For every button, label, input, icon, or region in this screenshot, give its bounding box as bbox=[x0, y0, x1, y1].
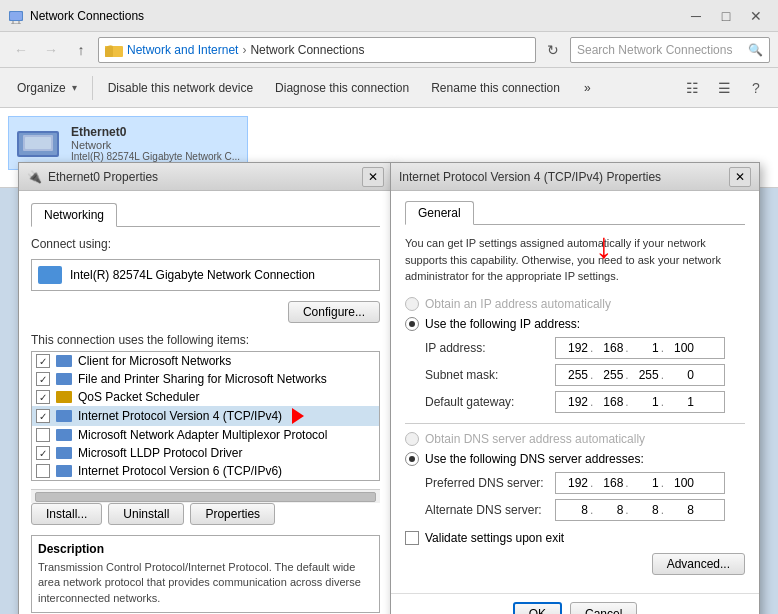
close-button[interactable]: ✕ bbox=[742, 4, 770, 28]
subnet-o1[interactable] bbox=[560, 368, 588, 382]
list-item-3[interactable]: Internet Protocol Version 4 (TCP/IPv4) bbox=[32, 406, 379, 426]
preferred-dns-input[interactable]: . . . bbox=[555, 472, 725, 494]
checkbox-6[interactable] bbox=[36, 464, 50, 478]
ipv4-ok-button[interactable]: OK bbox=[513, 602, 562, 615]
uninstall-button[interactable]: Uninstall bbox=[108, 503, 184, 525]
use-dns-radio-row[interactable]: Use the following DNS server addresses: bbox=[405, 452, 745, 466]
install-button[interactable]: Install... bbox=[31, 503, 102, 525]
ip-o1[interactable] bbox=[560, 341, 588, 355]
checkbox-0[interactable] bbox=[36, 354, 50, 368]
rename-connection-button[interactable]: Rename this connection bbox=[422, 72, 569, 104]
tab-general[interactable]: General bbox=[405, 201, 474, 225]
address-path[interactable]: Network and Internet › Network Connectio… bbox=[98, 37, 536, 63]
help-button[interactable]: ? bbox=[742, 74, 770, 102]
tab-networking[interactable]: Networking bbox=[31, 203, 117, 227]
pdns-o3[interactable] bbox=[631, 476, 659, 490]
maximize-button[interactable]: □ bbox=[712, 4, 740, 28]
obtain-ip-radio[interactable] bbox=[405, 297, 419, 311]
ip-address-input[interactable]: . . . bbox=[555, 337, 725, 359]
gateway-o3[interactable] bbox=[631, 395, 659, 409]
subnet-label: Subnet mask: bbox=[425, 368, 555, 382]
gateway-o1[interactable] bbox=[560, 395, 588, 409]
refresh-button[interactable]: ↻ bbox=[540, 37, 566, 63]
ip-o4[interactable] bbox=[666, 341, 694, 355]
up-button[interactable]: ↑ bbox=[68, 37, 94, 63]
svg-rect-6 bbox=[105, 46, 113, 57]
adns-o2[interactable] bbox=[595, 503, 623, 517]
adns-o1[interactable] bbox=[560, 503, 588, 517]
item-label-6: Internet Protocol Version 6 (TCP/IPv6) bbox=[78, 464, 282, 478]
ethernet0-status: Network bbox=[71, 139, 240, 151]
separator bbox=[405, 423, 745, 424]
checkbox-3[interactable] bbox=[36, 409, 50, 423]
more-actions-button[interactable]: » bbox=[575, 72, 600, 104]
props-close-button[interactable]: ✕ bbox=[362, 167, 384, 187]
ip-o3[interactable] bbox=[631, 341, 659, 355]
alternate-dns-input[interactable]: . . . bbox=[555, 499, 725, 521]
adns-o4[interactable] bbox=[666, 503, 694, 517]
back-button[interactable]: ← bbox=[8, 37, 34, 63]
use-ip-radio[interactable] bbox=[405, 317, 419, 331]
use-ip-radio-row[interactable]: Use the following IP address: bbox=[405, 317, 745, 331]
view-toggle-button[interactable]: ☰ bbox=[710, 74, 738, 102]
pdns-o1[interactable] bbox=[560, 476, 588, 490]
obtain-ip-radio-row[interactable]: Obtain an IP address automatically bbox=[405, 297, 745, 311]
arrow-icon-3 bbox=[292, 408, 304, 424]
breadcrumb-network-internet[interactable]: Network and Internet bbox=[127, 43, 238, 57]
search-input[interactable] bbox=[577, 43, 744, 57]
forward-button[interactable]: → bbox=[38, 37, 64, 63]
items-scrollbar-h[interactable] bbox=[31, 489, 380, 503]
ethernet-properties-dialog: 🔌 Ethernet0 Properties ✕ Networking Conn… bbox=[18, 162, 393, 614]
breadcrumb-network-connections[interactable]: Network Connections bbox=[250, 43, 364, 57]
validate-checkbox[interactable] bbox=[405, 531, 419, 545]
obtain-dns-radio[interactable] bbox=[405, 432, 419, 446]
list-item-6[interactable]: Internet Protocol Version 6 (TCP/IPv6) bbox=[32, 462, 379, 480]
gateway-o2[interactable] bbox=[595, 395, 623, 409]
advanced-button[interactable]: Advanced... bbox=[652, 553, 745, 575]
subnet-o4[interactable] bbox=[666, 368, 694, 382]
list-item-1[interactable]: File and Printer Sharing for Microsoft N… bbox=[32, 370, 379, 388]
adns-o3[interactable] bbox=[631, 503, 659, 517]
disable-network-button[interactable]: Disable this network device bbox=[99, 72, 262, 104]
props-content: Networking Connect using: Intel(R) 82574… bbox=[19, 191, 392, 614]
item-label-3: Internet Protocol Version 4 (TCP/IPv4) bbox=[78, 409, 282, 423]
minimize-button[interactable]: ─ bbox=[682, 4, 710, 28]
props-title-text: Ethernet0 Properties bbox=[48, 170, 158, 184]
obtain-ip-label: Obtain an IP address automatically bbox=[425, 297, 611, 311]
gateway-row: Default gateway: . . . bbox=[425, 391, 745, 413]
ethernet0-info: Ethernet0 Network Intel(R) 82574L Gigaby… bbox=[71, 125, 240, 162]
diagnose-connection-button[interactable]: Diagnose this connection bbox=[266, 72, 418, 104]
view-options-button[interactable]: ☷ bbox=[678, 74, 706, 102]
gateway-input[interactable]: . . . bbox=[555, 391, 725, 413]
list-item-0[interactable]: Client for Microsoft Networks bbox=[32, 352, 379, 370]
ipv4-close-button[interactable]: ✕ bbox=[729, 167, 751, 187]
checkbox-1[interactable] bbox=[36, 372, 50, 386]
props-title-bar: 🔌 Ethernet0 Properties ✕ bbox=[19, 163, 392, 191]
ipv4-cancel-button[interactable]: Cancel bbox=[570, 602, 637, 615]
bottom-btn-row: Install... Uninstall Properties bbox=[31, 503, 380, 525]
use-dns-radio[interactable] bbox=[405, 452, 419, 466]
toolbar-separator-1 bbox=[92, 76, 93, 100]
items-list[interactable]: Client for Microsoft Networks File and P… bbox=[31, 351, 380, 481]
subnet-o3[interactable] bbox=[631, 368, 659, 382]
item-label-0: Client for Microsoft Networks bbox=[78, 354, 231, 368]
organize-button[interactable]: Organize ▾ bbox=[8, 72, 86, 104]
search-box[interactable]: 🔍 bbox=[570, 37, 770, 63]
pdns-o4[interactable] bbox=[666, 476, 694, 490]
list-item-5[interactable]: Microsoft LLDP Protocol Driver bbox=[32, 444, 379, 462]
checkbox-2[interactable] bbox=[36, 390, 50, 404]
ipv4-content: General You can get IP settings assigned… bbox=[391, 191, 759, 593]
list-item-4[interactable]: Microsoft Network Adapter Multiplexor Pr… bbox=[32, 426, 379, 444]
pdns-o2[interactable] bbox=[595, 476, 623, 490]
gateway-o4[interactable] bbox=[666, 395, 694, 409]
checkbox-5[interactable] bbox=[36, 446, 50, 460]
checkbox-4[interactable] bbox=[36, 428, 50, 442]
subnet-o2[interactable] bbox=[595, 368, 623, 382]
configure-button[interactable]: Configure... bbox=[288, 301, 380, 323]
props-tab-strip: Networking bbox=[31, 203, 380, 227]
subnet-input[interactable]: . . . bbox=[555, 364, 725, 386]
ip-o2[interactable] bbox=[595, 341, 623, 355]
properties-button[interactable]: Properties bbox=[190, 503, 275, 525]
list-item-2[interactable]: QoS Packet Scheduler bbox=[32, 388, 379, 406]
obtain-dns-radio-row[interactable]: Obtain DNS server address automatically bbox=[405, 432, 745, 446]
